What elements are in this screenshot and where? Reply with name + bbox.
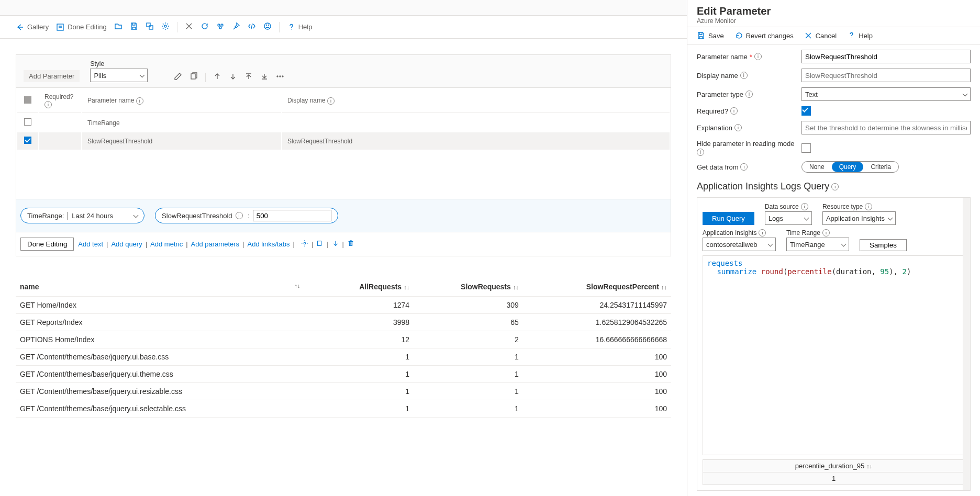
edit-bar: Done Editing Add text| Add query| Add me… bbox=[16, 232, 671, 256]
moveup-icon[interactable] bbox=[213, 72, 221, 82]
segment-criteria[interactable]: Criteria bbox=[863, 162, 898, 172]
gallery-label: Gallery bbox=[27, 23, 49, 31]
autorefresh-icon[interactable] bbox=[216, 22, 225, 32]
slowthreshold-capsule[interactable]: SlowRequestThreshold i : bbox=[155, 208, 338, 223]
copy-icon[interactable] bbox=[316, 240, 324, 249]
paramtype-select[interactable]: Text bbox=[801, 87, 971, 101]
svg-point-8 bbox=[266, 25, 266, 26]
table-row[interactable]: GET /Content/themes/base/jquery.ui.resiz… bbox=[16, 383, 671, 400]
table-row[interactable]: GET /Content/themes/base/jquery.ui.theme… bbox=[16, 366, 671, 383]
col-all[interactable]: AllRequests bbox=[359, 283, 402, 291]
timerange-capsule[interactable]: TimeRange: Last 24 hours bbox=[20, 208, 144, 223]
info-icon: i bbox=[865, 203, 872, 210]
row-checkbox[interactable] bbox=[24, 118, 31, 126]
style-select[interactable]: Pills bbox=[90, 69, 148, 82]
delete-icon[interactable] bbox=[347, 240, 354, 249]
settings-icon[interactable] bbox=[161, 22, 170, 32]
row-checkbox[interactable] bbox=[24, 137, 31, 144]
code-icon[interactable] bbox=[248, 22, 256, 32]
timerange-value: Last 24 hours bbox=[72, 212, 113, 220]
timerange-label: TimeRange: bbox=[27, 212, 64, 220]
pin-icon[interactable] bbox=[232, 22, 240, 32]
done-editing-button[interactable]: Done Editing bbox=[20, 238, 74, 251]
table-row[interactable]: GET Reports/Index3998651.625812906453226… bbox=[16, 314, 671, 331]
movebottom-icon[interactable] bbox=[260, 72, 269, 82]
paramname-label: Parameter name bbox=[697, 53, 748, 61]
scrollbar[interactable] bbox=[963, 198, 970, 490]
required-checkbox[interactable] bbox=[801, 106, 811, 116]
svg-point-12 bbox=[280, 76, 281, 77]
appinsights-label: Application Insights bbox=[703, 229, 756, 236]
timerange-select[interactable]: TimeRange bbox=[786, 238, 849, 251]
paramname-input[interactable] bbox=[801, 50, 971, 63]
table-row[interactable]: GET /Content/themes/base/jquery.ui.selec… bbox=[16, 400, 671, 418]
datasource-select[interactable]: Logs bbox=[765, 211, 812, 225]
add-parameters-link[interactable]: Add parameters bbox=[191, 240, 240, 248]
add-parameter-button[interactable]: Add Parameter bbox=[24, 70, 80, 82]
query-editor[interactable]: requests summarize round(percentile(dura… bbox=[703, 255, 965, 455]
add-query-link[interactable]: Add query bbox=[111, 240, 142, 248]
col-name[interactable]: name bbox=[20, 283, 39, 291]
cancel-label: Cancel bbox=[816, 32, 837, 40]
save-icon bbox=[697, 31, 705, 40]
explanation-input[interactable] bbox=[801, 121, 971, 134]
samples-button[interactable]: Samples bbox=[860, 239, 907, 251]
timerange-label: Time Range bbox=[786, 229, 820, 236]
selectall-checkbox[interactable] bbox=[24, 96, 31, 104]
cancel-button[interactable]: Cancel bbox=[804, 31, 837, 40]
getdata-segment[interactable]: None Query Criteria bbox=[801, 161, 899, 173]
add-metric-link[interactable]: Add metric bbox=[150, 240, 183, 248]
save-icon[interactable] bbox=[130, 22, 138, 32]
segment-query[interactable]: Query bbox=[832, 162, 864, 172]
hide-checkbox[interactable] bbox=[801, 143, 811, 153]
run-query-button[interactable]: Run Query bbox=[703, 212, 754, 225]
table-row[interactable]: TimeRange bbox=[17, 114, 670, 131]
open-icon[interactable] bbox=[114, 22, 122, 32]
resourcetype-select[interactable]: Application Insights bbox=[822, 211, 896, 225]
slowthreshold-input[interactable] bbox=[253, 210, 331, 221]
save-label: Save bbox=[708, 32, 724, 40]
displayname-input[interactable] bbox=[801, 69, 971, 82]
getdata-label: Get data from bbox=[697, 163, 738, 171]
add-text-link[interactable]: Add text bbox=[78, 240, 103, 248]
chevron-down-icon bbox=[963, 91, 967, 98]
info-icon: i bbox=[740, 72, 748, 79]
revert-button[interactable]: Revert changes bbox=[734, 31, 794, 40]
table-row[interactable]: OPTIONS Home/Index12216.666666666666668 bbox=[16, 331, 671, 348]
saveas-icon[interactable] bbox=[146, 22, 154, 32]
done-editing-button[interactable]: Done Editing bbox=[56, 23, 106, 31]
info-icon: i bbox=[831, 183, 839, 190]
help-label: Help bbox=[298, 23, 313, 31]
svg-point-9 bbox=[268, 25, 269, 26]
feedback-icon[interactable] bbox=[263, 22, 272, 32]
segment-none[interactable]: None bbox=[802, 162, 832, 172]
appinsights-select[interactable]: contosoretailweb bbox=[703, 238, 776, 251]
help-button[interactable]: Help bbox=[287, 23, 313, 31]
movedown-icon[interactable] bbox=[332, 240, 339, 249]
col-pct[interactable]: SlowRequestPercent bbox=[586, 283, 659, 291]
refresh-icon[interactable] bbox=[201, 22, 209, 32]
movetop-icon[interactable] bbox=[244, 72, 253, 82]
more-icon[interactable] bbox=[276, 72, 284, 82]
slow-label: SlowRequestThreshold bbox=[162, 212, 232, 220]
svg-rect-2 bbox=[149, 26, 153, 29]
chevron-down-icon bbox=[888, 215, 892, 222]
info-icon: i bbox=[44, 101, 52, 108]
svg-point-4 bbox=[218, 24, 220, 26]
style-label: Style bbox=[90, 60, 148, 67]
table-row[interactable]: GET Home/Index127430924.25431711145997 bbox=[16, 297, 671, 314]
close-icon[interactable] bbox=[185, 22, 193, 32]
help-button[interactable]: Help bbox=[847, 31, 873, 40]
table-row[interactable]: SlowRequestThreshold SlowRequestThreshol… bbox=[17, 132, 670, 150]
copy-icon[interactable] bbox=[190, 72, 198, 82]
movedown-icon[interactable] bbox=[229, 72, 237, 82]
gallery-button[interactable]: Gallery bbox=[16, 23, 49, 31]
edit-parameter-panel: Edit Parameter Azure Monitor Save Revert… bbox=[687, 0, 980, 496]
col-slow[interactable]: SlowRequests bbox=[461, 283, 511, 291]
table-row[interactable]: GET /Content/themes/base/jquery.ui.base.… bbox=[16, 348, 671, 366]
save-button[interactable]: Save bbox=[697, 31, 724, 40]
gear-icon[interactable] bbox=[301, 240, 308, 249]
svg-point-3 bbox=[164, 25, 166, 27]
edit-icon[interactable] bbox=[174, 72, 182, 82]
add-linkstabs-link[interactable]: Add links/tabs bbox=[248, 240, 290, 248]
